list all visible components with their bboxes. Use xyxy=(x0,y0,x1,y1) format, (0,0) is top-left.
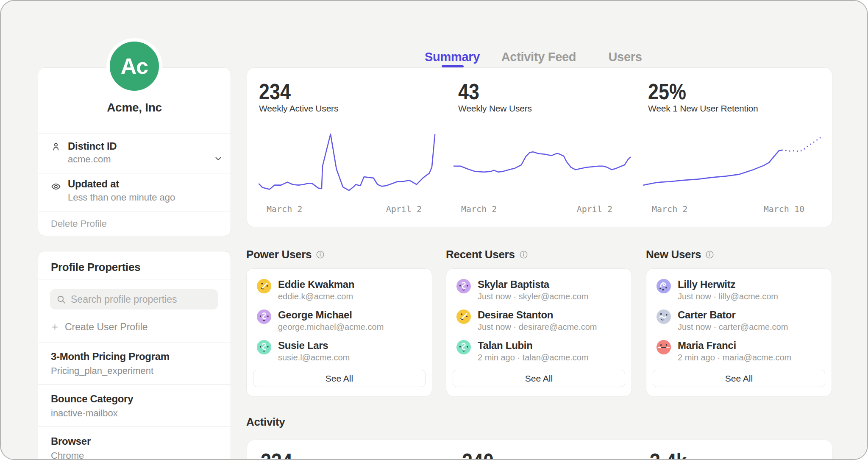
tab-users[interactable]: Users xyxy=(582,50,668,64)
x-axis-labels: March 2 March 10 xyxy=(643,204,821,214)
activity-title: Activity xyxy=(246,415,285,428)
user-row[interactable]: George Michael george.michael@acme.com xyxy=(257,309,422,332)
see-all-button[interactable]: See All xyxy=(253,370,426,387)
field-value: Less than one minute ago xyxy=(68,192,175,203)
section-title-power-users: Power Users xyxy=(246,248,325,261)
property-name: Browser xyxy=(51,435,91,447)
user-name: George Michael xyxy=(278,309,384,321)
property-name: 3-Month Pricing Program xyxy=(51,351,170,362)
user-avatar xyxy=(257,340,271,354)
recent-users-card: Skylar Baptista Just now · skyler@acme.c… xyxy=(446,268,632,396)
activity-stat: 3.4k xyxy=(650,451,687,460)
user-row[interactable]: Lilly Herwitz Just now · lilly@acme.com xyxy=(657,279,821,301)
x-axis-start: March 2 xyxy=(267,204,302,214)
weekly-new-users-chart xyxy=(453,132,632,192)
user-detail: 2 min ago · maria@acme.com xyxy=(678,352,791,362)
user-row[interactable]: Susie Lars susie.l@acme.com xyxy=(257,340,422,362)
section-title-recent-users: Recent Users xyxy=(446,248,528,261)
profile-properties-title: Profile Properties xyxy=(51,261,140,273)
user-row[interactable]: Skylar Baptista Just now · skyler@acme.c… xyxy=(456,279,621,301)
user-name: Lilly Herwitz xyxy=(678,279,778,290)
user-avatar xyxy=(456,279,471,293)
weekly-active-users-chart xyxy=(258,132,436,192)
user-detail: Just now · skyler@acme.com xyxy=(478,291,588,301)
x-axis-end: March 10 xyxy=(764,204,804,214)
property-value: Pricing_plan_experiment xyxy=(51,365,153,376)
stat-value: 234 xyxy=(259,81,291,103)
property-value: Chrome xyxy=(51,450,84,460)
tab-bar: Summary Activity Feed Users xyxy=(409,50,668,64)
user-name: Maria Franci xyxy=(678,340,791,351)
tab-activity-feed[interactable]: Activity Feed xyxy=(495,50,582,64)
user-name: Eddie Kwakman xyxy=(278,279,354,290)
create-user-profile-button[interactable]: Create User Profile xyxy=(51,321,148,333)
see-all-button[interactable]: See All xyxy=(653,370,825,387)
see-all-button[interactable]: See All xyxy=(453,370,625,387)
activity-stat: 234 xyxy=(261,451,292,460)
stat-weekly-new-users: 43 Weekly New Users March 2 April 2 xyxy=(458,68,636,227)
field-label: Updated at xyxy=(68,178,119,190)
x-axis-labels: March 2 April 2 xyxy=(453,204,632,214)
user-avatar xyxy=(456,309,471,324)
stat-label: Week 1 New User Retention xyxy=(648,103,758,114)
power-users-card: Eddie Kwakman eddie.k@acme.com George Mi… xyxy=(246,268,432,396)
chevron-down-icon[interactable] xyxy=(214,154,223,163)
search-placeholder: Search profile properties xyxy=(71,294,177,305)
user-row[interactable]: Talan Lubin 2 min ago · talan@acme.com xyxy=(456,340,621,362)
company-name: Acme, Inc xyxy=(38,101,231,114)
field-value: acme.com xyxy=(68,154,111,165)
stat-value: 43 xyxy=(458,81,479,103)
stat-label: Weekly Active Users xyxy=(259,103,338,114)
x-axis-start: March 2 xyxy=(652,204,687,214)
user-detail: eddie.k@acme.com xyxy=(278,291,354,301)
stat-label: Weekly New Users xyxy=(458,103,532,114)
user-name: Carter Bator xyxy=(678,309,788,321)
info-icon[interactable] xyxy=(316,250,325,259)
x-axis-end: April 2 xyxy=(577,204,612,214)
user-avatar xyxy=(657,340,671,354)
user-name: Talan Lubin xyxy=(478,340,589,351)
user-name: Skylar Baptista xyxy=(478,279,588,290)
summary-card: 234 Weekly Active Users March 2 April 2 … xyxy=(247,67,832,227)
week1-retention-chart xyxy=(643,132,821,192)
tab-summary[interactable]: Summary xyxy=(409,50,495,64)
user-row[interactable]: Eddie Kwakman eddie.k@acme.com xyxy=(257,279,422,301)
search-icon xyxy=(56,294,67,305)
user-detail: Just now · lilly@acme.com xyxy=(678,291,778,301)
user-detail: Just now · carter@acme.com xyxy=(678,322,788,332)
x-axis-start: March 2 xyxy=(461,204,497,214)
user-detail: 2 min ago · talan@acme.com xyxy=(478,352,589,362)
info-icon[interactable] xyxy=(705,250,714,259)
user-name: Susie Lars xyxy=(278,340,350,351)
stat-weekly-active-users: 234 Weekly Active Users March 2 April 2 xyxy=(259,68,437,227)
plus-icon xyxy=(51,323,59,331)
user-row[interactable]: Maria Franci 2 min ago · maria@acme.com xyxy=(657,340,821,362)
user-detail: Just now · desirare@acme.com xyxy=(478,322,597,332)
user-avatar xyxy=(257,309,271,324)
stat-value: 25% xyxy=(648,81,686,103)
user-row[interactable]: Carter Bator Just now · carter@acme.com xyxy=(657,309,821,332)
app-frame: Ac Acme, Inc Distinct ID acme.com Update… xyxy=(0,0,868,460)
search-input[interactable]: Search profile properties xyxy=(50,289,218,309)
company-avatar: Ac xyxy=(106,38,162,94)
user-avatar xyxy=(257,279,271,293)
user-detail: george.michael@acme.com xyxy=(278,322,384,332)
eye-icon xyxy=(51,181,61,192)
profile-properties-card: Profile Properties Search profile proper… xyxy=(38,251,231,460)
x-axis-labels: March 2 April 2 xyxy=(259,204,437,214)
property-value: inactive-mailbox xyxy=(51,408,118,419)
user-name: Desirae Stanton xyxy=(478,309,597,321)
activity-stat: 240 xyxy=(462,451,494,460)
property-name: Bounce Category xyxy=(51,393,133,405)
section-title-new-users: New Users xyxy=(646,248,714,261)
x-axis-end: April 2 xyxy=(386,204,422,214)
new-users-card: Lilly Herwitz Just now · lilly@acme.com … xyxy=(646,268,832,396)
user-avatar xyxy=(657,279,671,293)
user-avatar xyxy=(456,340,471,354)
info-icon[interactable] xyxy=(519,250,528,259)
field-label: Distinct ID xyxy=(68,140,117,152)
user-detail: susie.l@acme.com xyxy=(278,352,350,362)
delete-profile-button[interactable]: Delete Profile xyxy=(51,218,107,229)
stat-week1-retention: 25% Week 1 New User Retention March 2 Ma… xyxy=(648,68,826,227)
user-row[interactable]: Desirae Stanton Just now · desirare@acme… xyxy=(456,309,621,332)
